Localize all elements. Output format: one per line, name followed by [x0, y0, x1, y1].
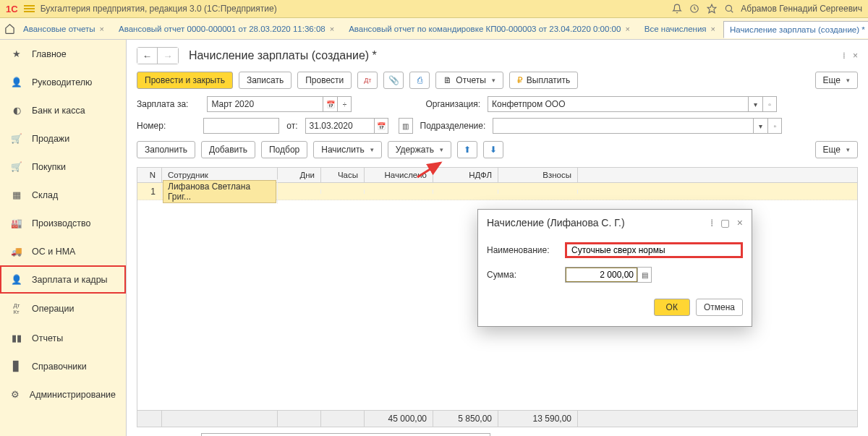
post-button[interactable]: Провести	[297, 72, 352, 89]
app-topbar: 1C Бухгалтерия предприятия, редакция 3.0…	[0, 0, 868, 18]
person-icon: 👤	[10, 274, 23, 285]
sidebar-item-bank[interactable]: ◐Банк и касса	[0, 96, 126, 124]
create-based-button[interactable]: ⎙	[409, 72, 430, 89]
save-button[interactable]: Записать	[239, 72, 292, 89]
star-icon[interactable]	[706, 3, 718, 14]
sidebar-item-production[interactable]: 🏭Производство	[0, 209, 126, 237]
sidebar-item-sales[interactable]: 🛒Продажи	[0, 124, 126, 153]
col-n[interactable]: N	[137, 168, 162, 182]
dialog-restore-icon[interactable]: ▢	[720, 217, 730, 228]
dropdown-icon[interactable]: ▾	[753, 118, 767, 134]
accrue-button[interactable]: Начислить	[313, 141, 381, 158]
col-contributions[interactable]: Взносы	[498, 168, 578, 182]
col-hours[interactable]: Часы	[321, 168, 365, 182]
dialog-cancel-button[interactable]: Отмена	[696, 299, 743, 316]
tab-all-accruals[interactable]: Все начисления×	[638, 20, 722, 38]
sidebar-item-stock[interactable]: ▦Склад	[0, 181, 126, 209]
dialog-ok-button[interactable]: ОК	[654, 299, 690, 316]
gear-icon: ⚙	[10, 389, 21, 400]
tab-salary-accrual[interactable]: Начисление зарплаты (создание) *×	[723, 21, 868, 38]
chart-icon: ▮▮	[10, 333, 23, 343]
more-button-2[interactable]: Еще	[815, 141, 858, 158]
sidebar-item-reports[interactable]: ▮▮Отчеты	[0, 324, 126, 352]
withhold-button[interactable]: Удержать	[388, 141, 451, 158]
dialog-title: Начисление (Лифанова С. Г.)	[487, 217, 625, 228]
sidebar-item-manager[interactable]: 👤Руководителю	[0, 68, 126, 96]
sidebar-item-operations[interactable]: ДтКтОперации	[0, 294, 126, 324]
dialog-sum-input[interactable]	[565, 267, 637, 283]
dept-input[interactable]	[493, 118, 753, 134]
period-stepper[interactable]: ÷	[337, 96, 352, 112]
add-button[interactable]: Добавить	[201, 141, 255, 158]
table-footer: 45 000,00 5 850,00 13 590,00	[137, 410, 857, 427]
search-icon[interactable]	[723, 3, 735, 14]
tab-close-icon[interactable]: ×	[100, 25, 104, 33]
move-up-button[interactable]: ⬆	[457, 141, 477, 158]
col-accrued[interactable]: Начислено	[365, 168, 433, 182]
history-icon[interactable]	[689, 3, 700, 14]
truck-icon: 🚚	[10, 246, 23, 257]
dialog-kebab-icon[interactable]: ⁞	[710, 217, 713, 228]
employee-cell[interactable]: Лифанова Светлана Григ...	[163, 180, 276, 203]
tab-close-icon[interactable]: ×	[711, 25, 715, 33]
org-input[interactable]: Конфетпром ООО	[488, 96, 748, 112]
calendar-icon[interactable]: 📅	[374, 118, 388, 134]
svg-marker-1	[707, 4, 716, 13]
tab-trip-advance[interactable]: Авансовый отчет по командировке КП00-000…	[342, 20, 637, 38]
col-days[interactable]: Дни	[278, 168, 321, 182]
coin-icon: ◐	[10, 105, 23, 116]
close-page-icon[interactable]: ×	[853, 51, 858, 61]
post-and-close-button[interactable]: Провести и закрыть	[137, 72, 233, 89]
dialog-name-label: Наименование:	[487, 245, 558, 255]
hamburger-icon[interactable]	[24, 5, 35, 12]
date-from-label: от:	[286, 121, 297, 131]
dropdown-icon[interactable]: ▾	[748, 96, 762, 112]
paperclip-icon: 📎	[388, 75, 399, 85]
fill-button[interactable]: Заполнить	[137, 141, 195, 158]
boxes-icon: ▦	[10, 189, 23, 200]
open-ref-icon[interactable]: ▫	[762, 96, 777, 112]
unknown-icon[interactable]: ▥	[399, 118, 413, 134]
sidebar-item-os[interactable]: 🚚ОС и НМА	[0, 237, 126, 265]
forward-button[interactable]: →	[158, 48, 178, 64]
main-pane: ← → Начисление зарплаты (создание) * ⁞ ×…	[127, 40, 868, 436]
sidebar-item-main[interactable]: ★Главное	[0, 40, 126, 68]
number-label: Номер:	[137, 121, 166, 131]
dialog-close-icon[interactable]: ×	[737, 217, 743, 228]
sidebar-item-directory[interactable]: ▊Справочники	[0, 352, 126, 380]
tab-advance-reports[interactable]: Авансовые отчеты×	[17, 20, 111, 38]
number-input[interactable]	[203, 118, 279, 134]
open-ref-icon[interactable]: ▫	[767, 118, 782, 134]
sidebar-item-payroll[interactable]: 👤Зарплата и кадры	[0, 265, 126, 294]
movements-button[interactable]: Дт	[357, 72, 378, 89]
calendar-icon[interactable]: 📅	[323, 96, 337, 112]
dialog-name-input[interactable]	[565, 242, 743, 258]
col-ndfl[interactable]: НДФЛ	[433, 168, 498, 182]
dept-label: Подразделение:	[420, 121, 486, 131]
comment-input[interactable]	[201, 433, 490, 436]
attach-button[interactable]: 📎	[383, 72, 404, 89]
current-user[interactable]: Абрамов Геннадий Сергеевич	[741, 4, 862, 14]
move-down-button[interactable]: ⬇	[483, 141, 503, 158]
sidebar-item-purchases[interactable]: 🛒Покупки	[0, 153, 126, 181]
pay-button[interactable]: ₽Выплатить	[509, 72, 579, 89]
select-button[interactable]: Подбор	[261, 141, 307, 158]
star-solid-icon: ★	[10, 48, 23, 59]
calc-icon[interactable]: ▤	[637, 267, 652, 283]
bell-icon[interactable]	[671, 3, 683, 14]
document-tabs: Авансовые отчеты× Авансовый отчет 0000-0…	[0, 18, 868, 40]
back-button[interactable]: ←	[137, 48, 158, 64]
kebab-icon[interactable]: ⁞	[843, 51, 846, 61]
logo-1c: 1C	[6, 4, 18, 14]
tab-advance-report-1[interactable]: Авансовый отчет 0000-000001 от 28.03.202…	[112, 20, 341, 38]
page-title: Начисление зарплаты (создание) *	[189, 49, 377, 62]
home-icon[interactable]	[4, 22, 15, 36]
more-button[interactable]: Еще	[815, 72, 858, 89]
tab-close-icon[interactable]: ×	[625, 25, 629, 33]
table-row[interactable]: 1 Лифанова Светлана Григ...	[137, 183, 857, 200]
salary-period-input[interactable]: Март 2020	[207, 96, 323, 112]
reports-button[interactable]: 🗎Отчеты	[435, 72, 503, 89]
sidebar-item-admin[interactable]: ⚙Администрирование	[0, 380, 126, 409]
tab-close-icon[interactable]: ×	[330, 25, 334, 33]
date-input[interactable]: 31.03.2020	[305, 118, 374, 134]
